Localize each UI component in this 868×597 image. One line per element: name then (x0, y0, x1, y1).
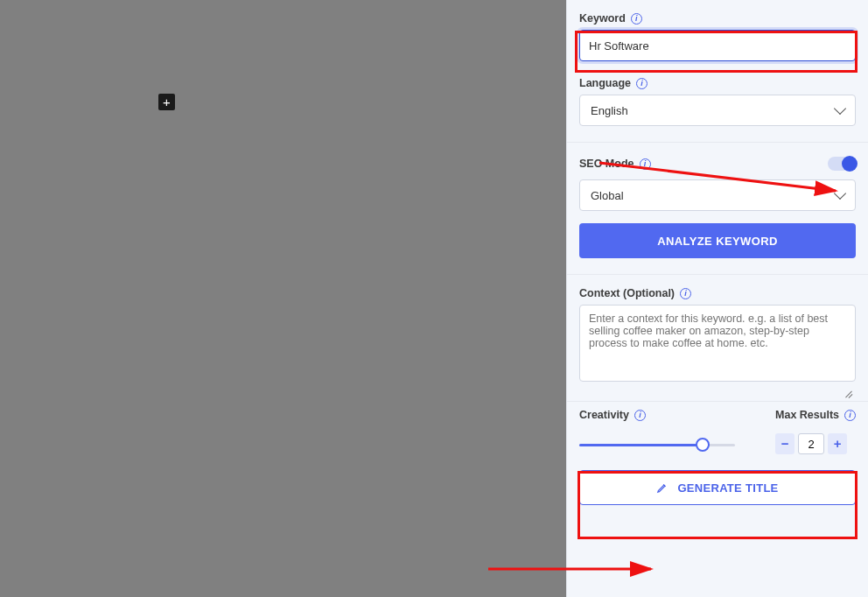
chevron-down-icon (834, 187, 846, 200)
info-icon[interactable]: i (680, 288, 691, 299)
seo-scope-select[interactable]: Global (579, 179, 856, 211)
seo-mode-toggle[interactable] (828, 157, 856, 171)
max-results-label-text: Max Results (775, 409, 839, 421)
seo-scope-selected-value: Global (591, 189, 624, 202)
context-label-text: Context (Optional) (579, 287, 675, 299)
context-section: Context (Optional) i (567, 275, 868, 402)
chevron-down-icon (834, 102, 846, 115)
keyword-input[interactable] (579, 30, 856, 61)
creativity-label-text: Creativity (579, 409, 629, 421)
slider-thumb[interactable] (696, 438, 710, 452)
info-icon[interactable]: i (634, 410, 646, 421)
seo-mode-label-text: SEO Mode (579, 158, 634, 170)
creativity-slider[interactable] (579, 439, 735, 456)
info-icon[interactable]: i (844, 410, 856, 421)
slider-fill (579, 444, 703, 446)
language-selected-value: English (591, 104, 628, 117)
editor-canvas: + (0, 0, 566, 597)
seo-mode-label: SEO Mode i (579, 158, 651, 170)
generate-title-label: GENERATE TITLE (677, 481, 778, 495)
generate-section: Creativity i Max Results i − + (567, 402, 868, 521)
keyword-label-text: Keyword (579, 12, 626, 25)
keyword-section: Keyword i Language i English (567, 0, 868, 143)
creativity-label: Creativity i (579, 409, 735, 421)
language-select[interactable]: English (579, 95, 856, 126)
info-icon[interactable]: i (640, 158, 651, 170)
max-results-group: Max Results i − + (775, 409, 856, 454)
context-label: Context (Optional) i (579, 287, 856, 299)
keyword-label: Keyword i (579, 12, 856, 25)
max-results-label: Max Results i (775, 409, 856, 421)
creativity-group: Creativity i (579, 409, 735, 456)
add-block-button[interactable]: + (158, 94, 175, 110)
seo-mode-section: SEO Mode i Global ANALYZE KEYWORD (567, 143, 868, 275)
max-results-input[interactable] (798, 433, 824, 454)
context-textarea[interactable] (579, 305, 856, 382)
toggle-knob (842, 156, 858, 172)
decrement-button[interactable]: − (775, 433, 794, 454)
max-results-stepper: − + (775, 433, 856, 454)
analyze-keyword-button[interactable]: ANALYZE KEYWORD (579, 223, 856, 258)
pencil-icon (656, 481, 668, 494)
info-icon[interactable]: i (636, 78, 648, 89)
info-icon[interactable]: i (631, 13, 642, 25)
language-label: Language i (579, 77, 856, 89)
settings-panel: Keyword i Language i English SEO Mode i … (566, 0, 868, 597)
generate-title-button[interactable]: GENERATE TITLE (579, 470, 856, 505)
resize-handle-icon[interactable] (844, 389, 853, 397)
increment-button[interactable]: + (828, 433, 847, 454)
language-label-text: Language (579, 77, 631, 89)
